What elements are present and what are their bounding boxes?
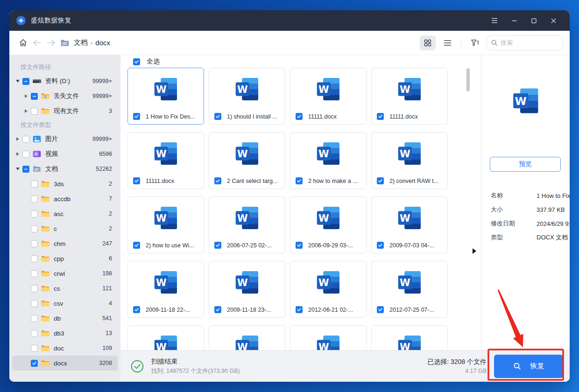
file-card[interactable]: W 2009-11-18 22-... bbox=[127, 261, 204, 318]
file-checkbox[interactable] bbox=[377, 306, 384, 313]
file-checkbox[interactable] bbox=[296, 306, 303, 313]
tree-collapse-icon[interactable] bbox=[14, 152, 21, 156]
sidebar-item-db3[interactable]: db313 bbox=[12, 326, 118, 341]
tree-checkbox[interactable] bbox=[31, 345, 38, 352]
file-card[interactable]: W 2 Cant select targ... bbox=[209, 132, 285, 189]
menu-icon[interactable] bbox=[485, 10, 504, 31]
panel-collapse-icon[interactable] bbox=[473, 248, 476, 254]
file-checkbox[interactable] bbox=[377, 242, 384, 249]
tree-checkbox[interactable] bbox=[31, 240, 38, 247]
file-checkbox[interactable] bbox=[133, 113, 140, 120]
file-checkbox[interactable] bbox=[133, 242, 140, 249]
sidebar-item-crwl[interactable]: crwl198 bbox=[12, 266, 118, 281]
minimize-button[interactable] bbox=[504, 10, 524, 31]
preview-button[interactable]: 预览 bbox=[490, 157, 561, 172]
file-card[interactable]: W 2012-07-25 07-... bbox=[371, 261, 448, 318]
filter-icon[interactable] bbox=[467, 35, 483, 50]
tree-item-count: 13 bbox=[106, 330, 112, 336]
tree-expand-icon[interactable] bbox=[14, 168, 21, 170]
tree-checkbox[interactable] bbox=[31, 108, 38, 115]
list-view-button[interactable] bbox=[439, 35, 455, 50]
tree-checkbox[interactable] bbox=[31, 285, 38, 292]
file-card[interactable]: W 2012-06-21 02-... bbox=[290, 261, 367, 318]
sidebar-item--d-[interactable]: 资料 (D:)99999+ bbox=[12, 74, 118, 89]
file-card[interactable]: W 11111.docx bbox=[290, 68, 367, 125]
sidebar-item--[interactable]: 视频6596 bbox=[12, 147, 118, 161]
tree-checkbox[interactable] bbox=[22, 151, 29, 158]
sidebar-item--[interactable]: 文档52262 bbox=[12, 161, 118, 176]
sidebar-item-3ds[interactable]: 3ds2 bbox=[12, 176, 118, 191]
close-button[interactable] bbox=[544, 10, 563, 31]
search-box[interactable] bbox=[487, 35, 563, 50]
file-card[interactable]: W 11111.docx bbox=[371, 68, 448, 125]
tree-checkbox[interactable] bbox=[31, 360, 38, 367]
sidebar-item-docx[interactable]: docx3208 bbox=[12, 356, 118, 371]
select-all-row[interactable]: 全选 bbox=[132, 57, 160, 66]
file-card[interactable]: W 2) how to use Wi... bbox=[127, 196, 204, 253]
file-card[interactable]: W 2006-09-29 03-... bbox=[290, 196, 367, 253]
file-checkbox[interactable] bbox=[133, 177, 140, 184]
breadcrumb-folder[interactable]: 文档 bbox=[74, 38, 88, 47]
sidebar-item-c[interactable]: c2 bbox=[12, 221, 118, 236]
file-checkbox[interactable] bbox=[133, 306, 140, 313]
sidebar-item--[interactable]: 图片99999+ bbox=[12, 132, 118, 147]
tree-checkbox[interactable] bbox=[31, 225, 38, 232]
tree-checkbox[interactable] bbox=[31, 181, 38, 188]
sidebar-item-asc[interactable]: asc2 bbox=[12, 206, 118, 221]
tree-checkbox[interactable] bbox=[31, 330, 38, 337]
file-checkbox[interactable] bbox=[296, 242, 303, 249]
toolbar-divider bbox=[461, 39, 461, 47]
tree-checkbox[interactable] bbox=[31, 196, 38, 203]
recover-button[interactable]: 恢复 bbox=[494, 355, 563, 378]
file-card[interactable]: W 1 How to Fix Des... bbox=[127, 68, 204, 125]
sidebar-item-csv[interactable]: csv4 bbox=[12, 296, 118, 311]
tree-checkbox[interactable] bbox=[31, 315, 38, 322]
tree-checkbox[interactable] bbox=[31, 270, 38, 277]
file-card[interactable]: W 1) should I install ... bbox=[209, 68, 285, 125]
tree-checkbox[interactable] bbox=[31, 255, 38, 262]
file-checkbox[interactable] bbox=[214, 306, 221, 313]
sidebar-item--[interactable]: 现有文件3 bbox=[12, 104, 118, 119]
sidebar-item-accdb[interactable]: accdb7 bbox=[12, 191, 118, 206]
file-name: 2) convert RAW t... bbox=[389, 178, 438, 184]
tree-checkbox[interactable] bbox=[31, 210, 38, 217]
file-card[interactable]: W 2006-07-25 02-... bbox=[209, 196, 285, 253]
sidebar-item-cs[interactable]: cs121 bbox=[12, 281, 118, 296]
sidebar-item-db[interactable]: db541 bbox=[12, 311, 118, 326]
file-checkbox[interactable] bbox=[296, 113, 303, 120]
file-checkbox[interactable] bbox=[214, 242, 221, 249]
back-icon[interactable] bbox=[30, 36, 44, 50]
sidebar-item-chm[interactable]: chm247 bbox=[12, 236, 118, 251]
breadcrumb-current[interactable]: docx bbox=[95, 39, 110, 47]
tree-collapse-icon[interactable] bbox=[14, 137, 21, 141]
home-icon[interactable] bbox=[16, 36, 30, 50]
file-card[interactable]: W 11111.docx bbox=[127, 132, 204, 189]
grid-scrollbar[interactable] bbox=[466, 68, 470, 91]
tree-checkbox[interactable] bbox=[22, 166, 29, 173]
preview-file-icon: W bbox=[511, 86, 541, 118]
select-all-checkbox[interactable] bbox=[133, 58, 140, 65]
file-checkbox[interactable] bbox=[214, 177, 221, 184]
tree-collapse-icon[interactable] bbox=[22, 109, 30, 113]
file-checkbox[interactable] bbox=[377, 113, 384, 120]
tree-expand-icon[interactable] bbox=[14, 80, 21, 83]
file-card[interactable]: W 2 how to make a ... bbox=[290, 132, 367, 189]
sidebar-item-doc[interactable]: doc109 bbox=[12, 341, 118, 356]
sidebar-item-cpp[interactable]: cpp6 bbox=[12, 251, 118, 266]
file-card[interactable]: W 2) convert RAW t... bbox=[371, 132, 448, 189]
tree-checkbox[interactable] bbox=[22, 136, 29, 143]
file-card[interactable]: W 2009-07-03 04-... bbox=[371, 196, 448, 253]
maximize-button[interactable] bbox=[524, 10, 544, 31]
tree-collapse-icon[interactable] bbox=[22, 94, 30, 98]
tree-checkbox[interactable] bbox=[31, 93, 38, 100]
file-card[interactable]: W 2009-11-18 23-... bbox=[209, 261, 285, 318]
file-checkbox[interactable] bbox=[377, 177, 384, 184]
tree-checkbox[interactable] bbox=[31, 300, 38, 307]
search-input[interactable] bbox=[501, 39, 552, 46]
sidebar-item--[interactable]: 丢失文件99999+ bbox=[12, 89, 118, 104]
grid-view-button[interactable] bbox=[420, 35, 436, 50]
forward-icon[interactable] bbox=[44, 36, 58, 50]
file-checkbox[interactable] bbox=[296, 177, 303, 184]
file-checkbox[interactable] bbox=[214, 113, 221, 120]
tree-checkbox[interactable] bbox=[22, 78, 29, 85]
